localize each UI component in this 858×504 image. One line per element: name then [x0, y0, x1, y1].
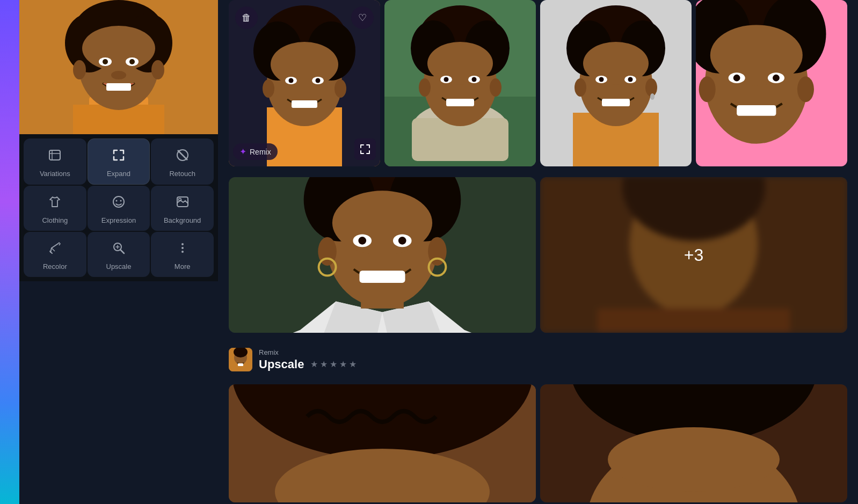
source-image	[19, 0, 218, 134]
svg-line-27	[120, 250, 124, 253]
svg-rect-112	[238, 363, 243, 366]
tool-expand[interactable]: Expand	[88, 138, 150, 185]
tool-upscale[interactable]: Upscale	[88, 232, 150, 277]
variations-label: Variations	[40, 170, 70, 178]
remix-star-icon: ✦	[239, 147, 246, 157]
svg-point-71	[628, 77, 633, 82]
more-icon	[175, 240, 190, 258]
featured-top-actions: 🗑 ♡	[229, 6, 380, 29]
svg-point-97	[358, 237, 366, 245]
svg-point-21	[113, 196, 124, 207]
svg-rect-42	[292, 100, 317, 108]
svg-point-55	[444, 77, 449, 82]
heart-button[interactable]: ♡	[351, 6, 374, 29]
clothing-icon	[47, 194, 62, 212]
tool-grid: Variations Expand Retouch	[19, 134, 218, 281]
svg-rect-72	[602, 99, 630, 106]
section-header-upscale: Remix Upscale ★ ★ ★ ★ ★	[229, 344, 847, 374]
svg-point-81	[710, 25, 803, 85]
svg-point-43	[263, 79, 274, 98]
svg-rect-16	[49, 150, 60, 160]
svg-point-95	[332, 191, 432, 255]
star-4: ★	[339, 359, 347, 369]
star-5: ★	[349, 359, 357, 369]
remix-badge-label: Remix	[250, 148, 271, 156]
plus-more-overlay: +3	[540, 177, 847, 333]
svg-point-7	[82, 26, 155, 71]
svg-point-13	[73, 60, 86, 79]
bottom-crop-row	[229, 384, 847, 502]
section-title: Upscale	[259, 357, 304, 371]
tool-background[interactable]: Background	[151, 186, 214, 231]
tool-retouch[interactable]: Retouch	[151, 138, 214, 185]
tool-variations[interactable]: Variations	[24, 138, 86, 185]
background-icon	[175, 194, 190, 212]
svg-point-53	[427, 42, 493, 85]
svg-point-57	[472, 77, 477, 82]
image-card-3[interactable]	[540, 0, 692, 166]
source-image-container	[19, 0, 218, 134]
delete-button[interactable]: 🗑	[235, 6, 258, 29]
left-panel: Variations Expand Retouch	[19, 0, 218, 504]
svg-point-9	[103, 59, 108, 64]
expression-label: Expression	[101, 216, 136, 224]
tool-more[interactable]: More	[151, 232, 214, 277]
svg-rect-86	[737, 105, 776, 116]
tool-clothing[interactable]: Clothing	[24, 186, 86, 231]
svg-point-29	[181, 247, 184, 249]
svg-point-99	[398, 237, 406, 245]
svg-point-14	[151, 60, 164, 79]
featured-overlay: ✦ Remix	[233, 138, 376, 160]
svg-point-59	[419, 78, 431, 97]
svg-point-120	[608, 427, 780, 492]
tool-recolor[interactable]: Recolor	[24, 232, 86, 277]
expression-icon	[111, 194, 126, 212]
main-area: 🗑 ♡ ✦ Remix	[218, 0, 858, 504]
clothing-label: Clothing	[42, 216, 68, 224]
star-3: ★	[330, 359, 337, 369]
svg-point-30	[181, 251, 184, 253]
crop-card-1[interactable]	[229, 384, 536, 502]
section-subtitle: Remix	[259, 348, 357, 356]
upscale-label: Upscale	[106, 262, 132, 271]
expand-label: Expand	[107, 170, 130, 178]
svg-line-20	[178, 150, 187, 160]
star-rating: ★ ★ ★ ★ ★	[310, 359, 357, 369]
svg-point-11	[129, 59, 135, 64]
variations-icon	[47, 148, 62, 165]
image-card-featured[interactable]: 🗑 ♡ ✦ Remix	[229, 0, 380, 166]
svg-point-41	[316, 78, 321, 83]
more-label: More	[174, 262, 191, 271]
retouch-label: Retouch	[169, 170, 195, 178]
star-2: ★	[320, 359, 328, 369]
retouch-icon	[175, 148, 190, 165]
expand-icon	[111, 148, 126, 165]
svg-point-28	[181, 243, 184, 245]
svg-point-39	[289, 78, 294, 83]
expand-fullscreen-button[interactable]	[354, 138, 376, 160]
svg-point-88	[797, 76, 814, 102]
image-card-bottom-1[interactable]	[229, 177, 536, 333]
remix-badge[interactable]: ✦ Remix	[233, 143, 278, 160]
svg-point-15	[111, 71, 126, 79]
svg-point-22	[115, 200, 117, 202]
section-info: Remix Upscale ★ ★ ★ ★ ★	[259, 348, 357, 371]
image-card-2[interactable]	[384, 0, 536, 166]
svg-point-73	[575, 78, 586, 97]
image-card-4[interactable]	[696, 0, 847, 166]
svg-point-83	[733, 75, 740, 82]
background-label: Background	[164, 216, 201, 224]
svg-point-87	[699, 76, 716, 102]
sidebar-gradient-strip	[0, 0, 19, 504]
crop-card-2[interactable]	[540, 384, 847, 502]
svg-point-23	[120, 200, 121, 202]
svg-point-37	[271, 42, 338, 87]
upscale-icon	[111, 240, 126, 258]
recolor-icon	[47, 240, 62, 258]
top-image-row: 🗑 ♡ ✦ Remix	[229, 0, 847, 166]
tool-expression[interactable]: Expression	[88, 186, 150, 231]
image-card-bottom-2[interactable]: +3	[540, 177, 847, 333]
svg-rect-12	[106, 83, 131, 91]
svg-point-25	[178, 199, 181, 201]
plus-more-count: +3	[684, 245, 703, 265]
